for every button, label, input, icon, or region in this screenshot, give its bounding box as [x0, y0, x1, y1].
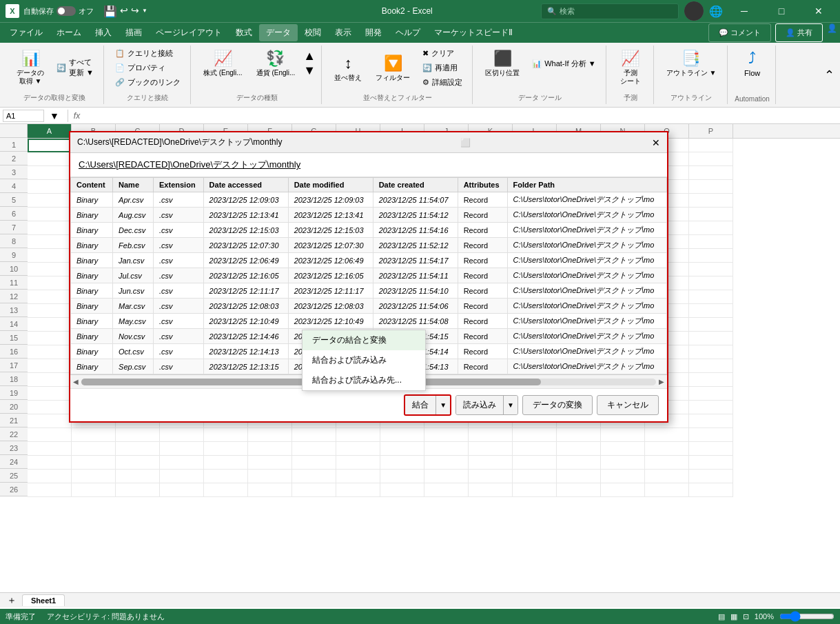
cell-C25[interactable]	[116, 470, 160, 483]
search-box[interactable]: 🔍 検索	[541, 3, 679, 19]
cell-H25[interactable]	[336, 470, 380, 483]
cell-O24[interactable]	[645, 456, 689, 470]
menu-dev[interactable]: 開発	[358, 24, 389, 41]
types-scroll-up[interactable]: ▲	[303, 49, 316, 63]
cell-L26[interactable]	[513, 483, 557, 497]
cell-A19[interactable]	[28, 387, 72, 401]
cell-K24[interactable]	[469, 456, 513, 470]
cell-A25[interactable]	[28, 470, 72, 483]
view-break-btn[interactable]: ⊡	[743, 612, 749, 621]
cell-P3[interactable]	[689, 166, 733, 180]
menu-insert[interactable]: 挿入	[88, 24, 119, 41]
cell-D24[interactable]	[160, 456, 204, 470]
cell-C23[interactable]	[116, 442, 160, 456]
cell-A7[interactable]	[28, 221, 72, 235]
cell-A17[interactable]	[28, 359, 72, 373]
cell-A13[interactable]	[28, 304, 72, 318]
table-row[interactable]	[28, 428, 840, 442]
cell-M23[interactable]	[557, 442, 601, 456]
table-row[interactable]: Binary Apr.csv .csv 2023/12/25 12:09:03 …	[71, 192, 667, 208]
table-row[interactable]: Binary May.csv .csv 2023/12/25 12:10:49 …	[71, 314, 667, 329]
dialog-maximize-btn[interactable]: ⬜	[460, 138, 471, 148]
cell-N25[interactable]	[601, 470, 645, 483]
col-folder-path[interactable]: Folder Path	[507, 178, 666, 192]
properties-btn[interactable]: 📄 プロパティ	[111, 61, 185, 74]
minimize-btn[interactable]: ─	[728, 0, 760, 22]
ribbon-collapse-btn[interactable]: ⌃	[824, 68, 834, 83]
col-content[interactable]: Content	[71, 178, 113, 192]
combine-dropdown-btn[interactable]: ▼	[436, 396, 450, 414]
cell-G23[interactable]	[292, 442, 336, 456]
cell-N22[interactable]	[601, 428, 645, 442]
cell-P21[interactable]	[689, 414, 733, 428]
cell-D25[interactable]	[160, 470, 204, 483]
table-row[interactable]: Binary Mar.csv .csv 2023/12/25 12:08:03 …	[71, 299, 667, 314]
cell-G22[interactable]	[292, 428, 336, 442]
table-row[interactable]: Binary Jul.csv .csv 2023/12/25 12:16:05 …	[71, 268, 667, 283]
cell-J26[interactable]	[424, 483, 469, 497]
cell-A26[interactable]	[28, 483, 72, 497]
cell-I23[interactable]	[380, 442, 424, 456]
cell-P15[interactable]	[689, 332, 733, 345]
cell-D22[interactable]	[160, 428, 204, 442]
cancel-btn[interactable]: キャンセル	[597, 395, 659, 415]
view-normal-btn[interactable]: ▤	[718, 612, 725, 621]
cell-A22[interactable]	[28, 428, 72, 442]
cell-P18[interactable]	[689, 373, 733, 387]
cell-I26[interactable]	[380, 483, 424, 497]
cell-P14[interactable]	[689, 318, 733, 332]
cell-P4[interactable]	[689, 180, 733, 194]
cell-O23[interactable]	[645, 442, 689, 456]
cell-E24[interactable]	[204, 456, 248, 470]
stocks-btn[interactable]: 📈 株式 (Engli...	[198, 47, 248, 80]
cell-P10[interactable]	[689, 263, 733, 276]
cell-I22[interactable]	[380, 428, 424, 442]
comment-btn[interactable]: 💬 コメント	[708, 23, 771, 42]
cell-A24[interactable]	[28, 456, 72, 470]
cell-P9[interactable]	[689, 249, 733, 263]
add-sheet-btn[interactable]: ＋	[3, 593, 21, 608]
cell-M25[interactable]	[557, 470, 601, 483]
cell-A11[interactable]	[28, 276, 72, 290]
advanced-btn[interactable]: ⚙ 詳細設定	[418, 76, 467, 89]
cell-P20[interactable]	[689, 401, 733, 414]
menu-file[interactable]: ファイル	[3, 24, 50, 41]
cell-I24[interactable]	[380, 456, 424, 470]
cell-B26[interactable]	[72, 483, 116, 497]
cell-F22[interactable]	[248, 428, 292, 442]
cell-A16[interactable]	[28, 345, 72, 359]
cell-A20[interactable]	[28, 401, 72, 414]
load-split-btn[interactable]: 読み込み	[456, 396, 504, 414]
cell-A12[interactable]	[28, 290, 72, 304]
scroll-left-btn[interactable]: ◀	[73, 378, 79, 385]
cell-B23[interactable]	[72, 442, 116, 456]
save-icon[interactable]: 💾	[103, 5, 117, 18]
col-header-A[interactable]: A	[28, 124, 72, 138]
col-extension[interactable]: Extension	[154, 178, 204, 192]
menu-data[interactable]: データ	[259, 24, 298, 41]
clear-btn[interactable]: ✖ クリア	[418, 47, 467, 60]
menu-view[interactable]: 表示	[328, 24, 358, 41]
user-avatar[interactable]	[684, 1, 704, 21]
menu-market[interactable]: マーケットスピードⅡ	[427, 24, 520, 41]
cell-A9[interactable]	[28, 249, 72, 263]
view-layout-btn[interactable]: ▦	[730, 612, 737, 621]
cell-L25[interactable]	[513, 470, 557, 483]
sheet-tab-1[interactable]: Sheet1	[22, 594, 65, 606]
get-data-btn[interactable]: 📊 データの取得 ▼	[11, 47, 50, 88]
cell-A14[interactable]	[28, 318, 72, 332]
query-connections-btn[interactable]: 📋 クエリと接続	[111, 47, 185, 60]
cell-A21[interactable]	[28, 414, 72, 428]
cell-H26[interactable]	[336, 483, 380, 497]
col-header-P[interactable]: P	[689, 124, 733, 138]
cell-P2[interactable]	[689, 152, 733, 166]
cell-B24[interactable]	[72, 456, 116, 470]
cell-O26[interactable]	[645, 483, 689, 497]
cell-A10[interactable]	[28, 263, 72, 276]
user-options-btn[interactable]: 👤	[827, 23, 837, 42]
scroll-right-btn[interactable]: ▶	[659, 378, 664, 385]
menu-review[interactable]: 校閲	[298, 24, 328, 41]
cell-P23[interactable]	[689, 442, 733, 456]
col-date-modified[interactable]: Date modified	[288, 178, 373, 192]
autosave-toggle[interactable]	[57, 6, 76, 16]
